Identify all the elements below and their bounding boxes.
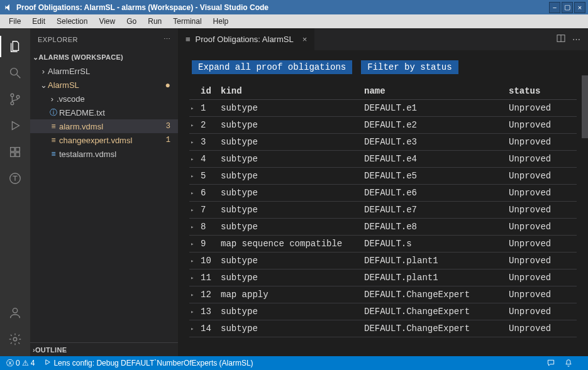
table-row[interactable]: ▸2subtypeDEFAULT.e2Unproved bbox=[189, 117, 577, 134]
cell-id: 9 bbox=[198, 236, 218, 253]
play-icon bbox=[8, 119, 22, 133]
cell-id: 8 bbox=[198, 219, 218, 236]
menu-view[interactable]: View bbox=[94, 16, 120, 27]
tree-file-testalarm[interactable]: ≡ testalarm.vdmsl bbox=[30, 147, 178, 161]
tree-file-alarm[interactable]: ≡ alarm.vdmsl 3 bbox=[30, 119, 178, 133]
header-kind[interactable]: kind bbox=[218, 83, 362, 100]
cell-name: DEFAULT.e2 bbox=[362, 117, 506, 134]
filter-button[interactable]: Filter by status bbox=[361, 60, 458, 74]
feedback-icon bbox=[546, 359, 555, 367]
activity-accounts[interactable] bbox=[0, 300, 30, 326]
cell-status: Unproved bbox=[506, 303, 577, 320]
maximize-button[interactable]: ▢ bbox=[562, 2, 573, 13]
menu-edit[interactable]: Edit bbox=[27, 16, 50, 27]
cell-kind: subtype bbox=[218, 303, 362, 320]
tree-folder-alarmerrsl[interactable]: › AlarmErrSL bbox=[30, 64, 178, 78]
warning-icon: ⚠ bbox=[22, 359, 29, 367]
table-row[interactable]: ▸5subtypeDEFAULT.e5Unproved bbox=[189, 168, 577, 185]
activity-search[interactable] bbox=[0, 60, 30, 86]
cell-id: 7 bbox=[198, 202, 218, 219]
activity-scm[interactable] bbox=[0, 86, 30, 112]
circle-t-icon bbox=[8, 171, 22, 185]
expand-row-icon[interactable]: ▸ bbox=[189, 134, 198, 151]
table-row[interactable]: ▸6subtypeDEFAULT.e6Unproved bbox=[189, 185, 577, 202]
table-row[interactable]: ▸4subtypeDEFAULT.e4Unproved bbox=[189, 151, 577, 168]
table-row[interactable]: ▸8subtypeDEFAULT.e8Unproved bbox=[189, 219, 577, 236]
expand-row-icon[interactable]: ▸ bbox=[189, 202, 198, 219]
close-icon[interactable]: × bbox=[302, 35, 308, 44]
cell-id: 3 bbox=[198, 134, 218, 151]
expand-row-icon[interactable]: ▸ bbox=[189, 303, 198, 320]
cell-name: DEFAULT.e1 bbox=[362, 100, 506, 117]
menu-file[interactable]: File bbox=[4, 16, 26, 27]
chevron-down-icon: ⌄ bbox=[33, 53, 38, 62]
minimize-button[interactable]: − bbox=[549, 2, 560, 13]
svg-point-2 bbox=[11, 94, 14, 97]
header-name[interactable]: name bbox=[362, 83, 506, 100]
window-controls: − ▢ × bbox=[549, 2, 585, 13]
tree-file-changeexpert[interactable]: ≡ changeexpert.vdmsl 1 bbox=[30, 133, 178, 147]
expand-row-icon[interactable]: ▸ bbox=[189, 117, 198, 134]
workspace-section[interactable]: ⌄ ALARMS (WORKSPACE) bbox=[30, 50, 178, 64]
expand-row-icon[interactable]: ▸ bbox=[189, 185, 198, 202]
expand-row-icon[interactable]: ▸ bbox=[189, 269, 198, 286]
table-row[interactable]: ▸12map applyDEFAULT.ChangeExpertUnproved bbox=[189, 286, 577, 303]
header-status[interactable]: status bbox=[506, 83, 577, 100]
expand-row-icon[interactable]: ▸ bbox=[189, 320, 198, 337]
table-row[interactable]: ▸9map sequence compatibleDEFAULT.sUnprov… bbox=[189, 236, 577, 253]
editor-body: Expand all proof obligations Filter by s… bbox=[178, 50, 588, 356]
split-editor-icon[interactable] bbox=[556, 33, 566, 45]
menu-selection[interactable]: Selection bbox=[52, 16, 92, 27]
header-id[interactable]: id bbox=[198, 83, 218, 100]
problems-badge: 1 bbox=[164, 136, 173, 144]
table-row[interactable]: ▸11subtypeDEFAULT.plant1Unproved bbox=[189, 269, 577, 286]
expand-all-button[interactable]: Expand all proof obligations bbox=[192, 60, 352, 74]
expand-row-icon[interactable]: ▸ bbox=[189, 253, 198, 269]
status-lens[interactable]: Lens config: Debug DEFAULT`NumberOfExper… bbox=[43, 358, 253, 368]
menu-help[interactable]: Help bbox=[208, 16, 234, 27]
close-button[interactable]: × bbox=[574, 2, 585, 13]
activity-extensions[interactable] bbox=[0, 139, 30, 165]
cell-kind: subtype bbox=[218, 320, 362, 337]
more-icon[interactable]: ⋯ bbox=[164, 35, 171, 43]
more-icon[interactable]: ⋯ bbox=[572, 35, 580, 44]
menu-run[interactable]: Run bbox=[143, 16, 167, 27]
scrollbar-thumb[interactable] bbox=[582, 75, 588, 138]
expand-row-icon[interactable]: ▸ bbox=[189, 100, 198, 117]
cell-kind: subtype bbox=[218, 269, 362, 286]
table-row[interactable]: ▸3subtypeDEFAULT.e3Unproved bbox=[189, 134, 577, 151]
expand-row-icon[interactable]: ▸ bbox=[189, 236, 198, 253]
activity-explorer[interactable] bbox=[0, 33, 30, 60]
activity-vdm[interactable] bbox=[0, 165, 30, 192]
outline-section[interactable]: › OUTLINE bbox=[30, 342, 178, 356]
table-row[interactable]: ▸7subtypeDEFAULT.e7Unproved bbox=[189, 202, 577, 219]
status-feedback[interactable] bbox=[546, 359, 555, 367]
status-bell[interactable] bbox=[564, 359, 573, 367]
tab-proof-obligations[interactable]: ≡ Proof Obligations: AlarmSL × bbox=[178, 28, 315, 50]
activity-settings[interactable] bbox=[0, 326, 30, 352]
cell-kind: subtype bbox=[218, 253, 362, 269]
tree-folder-alarmsl[interactable]: ⌄ AlarmSL ● bbox=[30, 78, 178, 92]
expand-row-icon[interactable]: ▸ bbox=[189, 286, 198, 303]
expand-row-icon[interactable]: ▸ bbox=[189, 168, 198, 185]
menu-terminal[interactable]: Terminal bbox=[168, 16, 206, 27]
table-row[interactable]: ▸10subtypeDEFAULT.plant1Unproved bbox=[189, 253, 577, 269]
menu-go[interactable]: Go bbox=[121, 16, 141, 27]
tree-file-readme[interactable]: ⓘ README.txt bbox=[30, 106, 178, 119]
chevron-right-icon: › bbox=[48, 94, 57, 104]
cell-status: Unproved bbox=[506, 202, 577, 219]
editor-area: ≡ Proof Obligations: AlarmSL × ⋯ Expand … bbox=[178, 28, 588, 356]
tree-folder-vscode[interactable]: › .vscode bbox=[30, 92, 178, 106]
expand-row-icon[interactable]: ▸ bbox=[189, 151, 198, 168]
cell-kind: subtype bbox=[218, 185, 362, 202]
activity-debug[interactable] bbox=[0, 112, 30, 139]
cell-name: DEFAULT.e3 bbox=[362, 134, 506, 151]
status-problems[interactable]: ⓧ0 ⚠4 bbox=[6, 358, 35, 369]
table-row[interactable]: ▸1subtypeDEFAULT.e1Unproved bbox=[189, 100, 577, 117]
table-row[interactable]: ▸14subtypeDEFAULT.ChangeExpertUnproved bbox=[189, 320, 577, 337]
cell-id: 14 bbox=[198, 320, 218, 337]
expand-row-icon[interactable]: ▸ bbox=[189, 219, 198, 236]
svg-point-4 bbox=[16, 95, 19, 99]
table-row[interactable]: ▸13subtypeDEFAULT.ChangeExpertUnproved bbox=[189, 303, 577, 320]
tabbar: ≡ Proof Obligations: AlarmSL × ⋯ bbox=[178, 28, 588, 50]
